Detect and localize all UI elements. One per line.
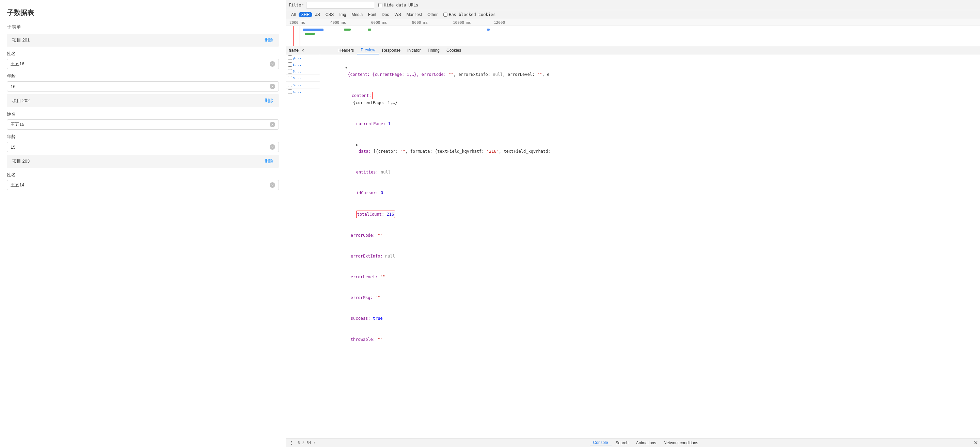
req-checkbox-5[interactable] [287, 82, 293, 87]
req-row-4[interactable]: s... [286, 75, 320, 82]
net-tab-xhr[interactable]: XHR [299, 12, 312, 17]
item-row-201: 项目 201 删除 [7, 34, 279, 47]
bottom-tab-animations[interactable]: Animations [633, 440, 660, 446]
req-row-3[interactable]: s... [286, 68, 320, 75]
preview-line-root: {content: {currentPage: 1,…}, errorCode:… [320, 57, 980, 85]
tab-cookies[interactable]: Cookies [443, 46, 465, 54]
tab-timing[interactable]: Timing [424, 46, 443, 54]
request-counter: 6 / 54 r [296, 441, 318, 445]
req-name-4: s... [293, 76, 318, 80]
devtools-menu-btn[interactable]: ⋮ [288, 439, 295, 446]
item-row-202: 项目 202 删除 [7, 94, 279, 107]
req-row-5[interactable]: s... [286, 82, 320, 89]
request-header: Name × Headers Preview Response Initiato… [286, 46, 980, 54]
req-name-1: g... [293, 55, 318, 60]
timeline-label-6000: 6000 ms [371, 21, 412, 25]
delete-btn-201[interactable]: 删除 [264, 37, 274, 43]
field-label-age-202: 年龄 [7, 134, 279, 140]
preview-line-success: success: true [320, 308, 980, 329]
req-row-6[interactable]: s... [286, 89, 320, 95]
devtools-panel: Filter Hide data URLs All XHR JS CSS Img… [286, 0, 980, 447]
has-blocked-wrapper: Has blocked cookies [443, 12, 495, 17]
input-name-201[interactable] [11, 62, 270, 67]
req-name-2: s... [293, 62, 318, 67]
devtools-close-btn[interactable]: ✕ [974, 439, 978, 446]
preview-line-errormsg: errorMsg: "" [320, 287, 980, 308]
clear-name-202[interactable]: ✕ [270, 122, 275, 127]
bottom-tab-search[interactable]: Search [612, 440, 632, 446]
net-tab-ws[interactable]: WS [392, 12, 403, 17]
item-row-label-203: 项目 203 [12, 158, 264, 164]
preview-line-totalcount: totalCount: 216 [320, 203, 980, 225]
clear-age-202[interactable]: ✕ [270, 144, 275, 150]
close-name-col[interactable]: × [301, 48, 304, 53]
req-checkbox-2[interactable] [287, 62, 293, 67]
input-row-name-201: ✕ [7, 59, 279, 69]
left-panel: 子数据表 子表单 项目 201 删除 姓名 ✕ 年龄 ✕ 项目 202 删除 姓… [0, 0, 286, 447]
timeline-bars [286, 26, 980, 46]
bottom-bar: ⋮ 6 / 54 r Console Search Animations Net… [286, 438, 980, 447]
net-tab-css[interactable]: CSS [323, 12, 336, 17]
expand-data[interactable] [356, 142, 358, 147]
net-tab-other[interactable]: Other [425, 12, 440, 17]
net-tab-js[interactable]: JS [313, 12, 323, 17]
preview-line-errorlevel: errorLevel: "" [320, 267, 980, 287]
net-tab-doc[interactable]: Doc [379, 12, 391, 17]
tab-initiator[interactable]: Initiator [404, 46, 424, 54]
preview-line-errorcode: errorCode: "" [320, 225, 980, 246]
preview-line-throwable: throwable: "" [320, 329, 980, 350]
filter-label: Filter [289, 3, 304, 8]
input-name-203[interactable] [11, 183, 270, 188]
net-tab-font[interactable]: Font [366, 12, 379, 17]
net-tab-manifest[interactable]: Manifest [404, 12, 424, 17]
input-age-202[interactable] [11, 144, 270, 150]
input-name-202[interactable] [11, 122, 270, 127]
expand-root[interactable] [345, 65, 347, 70]
timeline-label-4000: 4000 ms [330, 21, 371, 25]
has-blocked-checkbox[interactable] [443, 13, 447, 17]
hide-urls-checkbox[interactable] [378, 3, 382, 7]
net-tab-media[interactable]: Media [349, 12, 365, 17]
req-row-1[interactable]: g... [286, 54, 320, 61]
req-checkbox-6[interactable] [287, 89, 293, 94]
timeline-bar-green [305, 33, 315, 35]
req-checkbox-1[interactable] [287, 55, 293, 60]
preview-line-errorextinfo: errorExtInfo: null [320, 246, 980, 267]
has-blocked-label: Has blocked cookies [449, 12, 495, 17]
req-checkbox-3[interactable] [287, 69, 293, 73]
item-row-203: 项目 203 删除 [7, 155, 279, 168]
timeline-label-2000: 2000 ms [290, 21, 330, 25]
network-tabs: All XHR JS CSS Img Media Font Doc WS Man… [286, 10, 980, 19]
delete-btn-203[interactable]: 删除 [264, 158, 274, 164]
req-row-2[interactable]: s... [286, 61, 320, 68]
input-row-name-202: ✕ [7, 119, 279, 130]
bottom-tabs: Console Search Animations Network condit… [590, 439, 702, 446]
bottom-tab-console[interactable]: Console [590, 439, 612, 446]
preview-line-data: data: [{creator: "", formData: {textFiel… [320, 134, 980, 162]
red-line-2 [300, 26, 300, 46]
filter-bar: Filter Hide data URLs [286, 0, 980, 10]
name-column-label: Name [289, 48, 299, 53]
field-label-name-201: 姓名 [7, 51, 279, 57]
delete-btn-202[interactable]: 删除 [264, 98, 274, 104]
req-name-6: s... [293, 89, 318, 94]
filter-input[interactable] [306, 2, 374, 8]
content-highlight: content: [351, 92, 372, 99]
timeline-bar-green2 [344, 29, 351, 31]
clear-name-203[interactable]: ✕ [270, 182, 275, 188]
bottom-tab-network-conditions[interactable]: Network conditions [660, 440, 702, 446]
clear-age-201[interactable]: ✕ [270, 84, 275, 89]
input-age-201[interactable] [11, 84, 270, 89]
timeline-label-10000: 10000 ms [453, 21, 494, 25]
clear-name-201[interactable]: ✕ [270, 61, 275, 67]
net-tab-img[interactable]: Img [337, 12, 348, 17]
tab-response[interactable]: Response [379, 46, 404, 54]
timeline-bar-blue2 [487, 29, 490, 31]
tab-preview[interactable]: Preview [357, 46, 379, 54]
timeline-bar-green3 [368, 29, 371, 31]
req-name-3: s... [293, 69, 318, 73]
tab-headers[interactable]: Headers [335, 46, 357, 54]
net-tab-all[interactable]: All [289, 12, 298, 17]
timeline-label-8000: 8000 ms [412, 21, 453, 25]
req-checkbox-4[interactable] [287, 76, 293, 80]
